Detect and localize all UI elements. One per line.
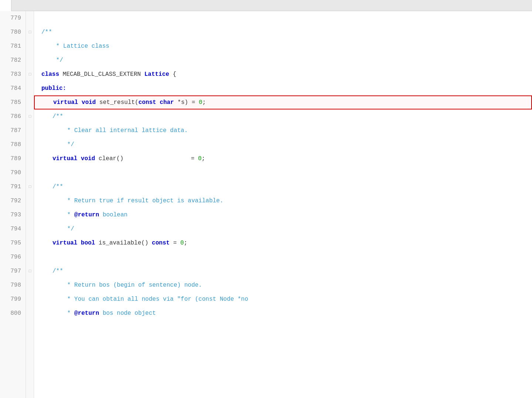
code-line: /** [34, 180, 532, 194]
token: const [152, 240, 170, 246]
code-line: * Return true if result object is availa… [34, 194, 532, 208]
line-number: 788 [0, 138, 26, 152]
code-line: /** [34, 109, 532, 124]
fold-marker [26, 152, 34, 166]
fold-marker [26, 306, 34, 320]
code-line: virtual void set_result(const char *s) =… [34, 95, 532, 109]
code-line: */ [34, 138, 532, 152]
token: @return [74, 310, 99, 317]
line-number: 792 [0, 194, 26, 208]
token: * Lattice class [52, 43, 109, 50]
fold-marker[interactable]: □ [26, 67, 34, 81]
fold-marker [26, 53, 34, 67]
line-number: 779 [0, 11, 26, 25]
line-number: 799 [0, 292, 26, 306]
token: virtual void [53, 99, 96, 106]
editor-container: 7797807817827837847857867877887897907917… [0, 0, 532, 398]
fold-marker [26, 39, 34, 53]
code-line: virtual bool is_available() const = 0; [34, 236, 532, 250]
token: virtual bool [52, 240, 95, 246]
fold-marker [26, 11, 34, 25]
code-line: * Return bos (begin of sentence) node. [34, 278, 532, 292]
fold-marker [26, 278, 34, 292]
tab-bar [0, 0, 532, 11]
code-line: virtual void clear() = 0; [34, 152, 532, 166]
token: */ [64, 141, 74, 148]
token: bos node object [99, 310, 156, 317]
fold-marker [26, 138, 34, 152]
code-area: 7797807817827837847857867877887897907917… [0, 11, 532, 398]
fold-marker [26, 95, 34, 109]
code-line [34, 11, 532, 25]
line-number: 784 [0, 81, 26, 95]
token: */ [64, 226, 74, 232]
line-number: 782 [0, 53, 26, 67]
code-line: class MECAB_DLL_CLASS_EXTERN Lattice { [34, 67, 532, 81]
code-line: */ [34, 222, 532, 236]
token: *s) = [174, 99, 199, 106]
fold-marker[interactable]: □ [26, 180, 34, 194]
fold-marker[interactable]: □ [26, 25, 34, 39]
line-number: 796 [0, 250, 26, 264]
line-number: 785 [0, 95, 26, 109]
code-line: */ [34, 53, 532, 67]
token: * Return bos (begin of sentence) node. [64, 282, 202, 289]
token: * [64, 212, 74, 218]
line-number: 800 [0, 306, 26, 320]
token: /** [41, 29, 52, 36]
token: /** [52, 268, 63, 274]
code-line: public: [34, 81, 532, 95]
token: ; [202, 99, 206, 106]
fold-marker [26, 222, 34, 236]
token: * Clear all internal lattice data. [64, 127, 188, 134]
token: * Return true if result object is availa… [64, 198, 223, 204]
code-line: * @return bos node object [34, 306, 532, 320]
token: @return [74, 212, 99, 218]
token: /** [52, 183, 63, 190]
file-tab[interactable] [0, 0, 11, 11]
token: * You can obtain all nodes via "for (con… [64, 296, 248, 303]
code-content[interactable]: /** * Lattice class */class MECAB_DLL_CL… [34, 11, 532, 398]
code-line: * Clear all internal lattice data. [34, 124, 532, 138]
token: set_result( [96, 99, 138, 106]
code-line [34, 166, 532, 180]
line-number: 786 [0, 109, 26, 124]
token: ; [201, 155, 205, 162]
line-number: 781 [0, 39, 26, 53]
token: */ [52, 57, 63, 64]
line-number: 783 [0, 67, 26, 81]
token: { [169, 71, 176, 78]
code-line: * @return boolean [34, 208, 532, 222]
token: is_available() [95, 240, 152, 246]
line-number: 798 [0, 278, 26, 292]
token: boolean [99, 212, 128, 218]
token: ; [184, 240, 187, 246]
line-number: 787 [0, 124, 26, 138]
fold-marker [26, 250, 34, 264]
token: clear() = [95, 155, 198, 162]
fold-marker[interactable]: □ [26, 109, 34, 124]
fold-marker [26, 292, 34, 306]
line-number: 791 [0, 180, 26, 194]
line-number: 780 [0, 25, 26, 39]
fold-marker [26, 166, 34, 180]
token: * [64, 310, 74, 317]
token: virtual void [52, 155, 95, 162]
token: = [170, 240, 180, 246]
line-number: 797 [0, 264, 26, 278]
fold-column: □□□□□ [26, 11, 34, 398]
fold-marker [26, 81, 34, 95]
token: class [41, 71, 59, 78]
token: 0 [199, 99, 203, 106]
line-number: 794 [0, 222, 26, 236]
token: 0 [198, 155, 202, 162]
fold-marker[interactable]: □ [26, 264, 34, 278]
line-number: 795 [0, 236, 26, 250]
line-number: 793 [0, 208, 26, 222]
code-line: * You can obtain all nodes via "for (con… [34, 292, 532, 306]
token: 0 [180, 240, 184, 246]
token: MECAB_DLL_CLASS_EXTERN [59, 71, 144, 78]
code-line: /** [34, 25, 532, 39]
token: const char [138, 99, 174, 106]
token: /** [52, 113, 63, 120]
